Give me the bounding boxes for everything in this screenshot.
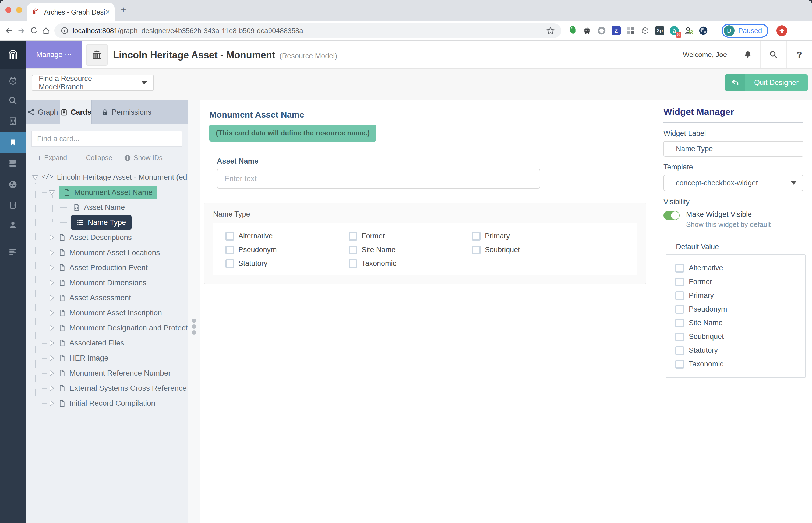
tab-close-icon[interactable]: ×	[106, 8, 110, 16]
arches-logo[interactable]	[0, 41, 26, 69]
checkbox[interactable]	[225, 259, 234, 268]
geojson-extension-icon[interactable]	[640, 26, 650, 36]
tree-item-node[interactable]: Asset Name	[26, 200, 188, 215]
tree-item-card[interactable]: HER Image	[26, 350, 188, 366]
checkbox-option[interactable]: Soubriquet	[675, 330, 805, 344]
tree-item-card[interactable]: Asset Descriptions	[26, 230, 188, 245]
checkbox-option[interactable]: Taxonomic	[675, 357, 805, 371]
find-card-input[interactable]	[31, 131, 182, 147]
template-select[interactable]: concept-checkbox-widget	[664, 175, 804, 191]
tree-item-root[interactable]: </> Lincoln Heritage Asset - Monument (e…	[26, 170, 188, 185]
checkbox[interactable]	[349, 232, 357, 240]
expander-closed-icon[interactable]	[48, 234, 55, 241]
building-nav-icon[interactable]	[0, 111, 26, 131]
tab-cards[interactable]: Cards	[60, 100, 92, 124]
checkbox[interactable]	[675, 291, 684, 300]
expander-open-icon[interactable]	[48, 188, 55, 196]
expander-closed-icon[interactable]	[48, 369, 55, 377]
server-nav-icon[interactable]	[0, 154, 26, 174]
zotero-extension-icon[interactable]: Z	[611, 26, 621, 36]
checkbox-option[interactable]: Primary	[675, 289, 805, 302]
uparrow-extension-icon[interactable]	[776, 25, 787, 36]
find-resource-model-select[interactable]: Find a Resource Model/Branch...	[32, 75, 154, 91]
bookmark-nav-icon[interactable]	[0, 132, 26, 153]
tree-item-card[interactable]: Associated Files	[26, 336, 188, 350]
checkbox-option[interactable]: Pseudonym	[225, 243, 349, 257]
expander-closed-icon[interactable]	[48, 294, 55, 302]
reload-icon[interactable]	[28, 24, 40, 37]
checkbox[interactable]	[675, 360, 684, 368]
menu-nav-icon[interactable]	[0, 241, 26, 262]
back-icon[interactable]	[3, 24, 15, 37]
user-nav-icon[interactable]	[0, 215, 26, 235]
checkbox-option[interactable]: Former	[675, 275, 805, 289]
panel-resize-handle[interactable]	[188, 100, 200, 523]
globe-extension-icon[interactable]	[699, 26, 708, 36]
bookmark-star-icon[interactable]	[546, 26, 555, 35]
checkbox-option[interactable]: Primary	[472, 229, 595, 243]
manage-button[interactable]: Manage ⋯	[26, 41, 82, 68]
robot-extension-icon[interactable]	[582, 26, 592, 36]
tree-item-card[interactable]: Monument Reference Number	[26, 366, 188, 381]
tree-item-card[interactable]: Monument Asset Locations	[26, 245, 188, 260]
evernote-extension-icon[interactable]	[568, 26, 577, 36]
checkbox[interactable]	[675, 278, 684, 286]
tab-permissions[interactable]: Permissions	[92, 100, 161, 124]
help-button[interactable]: ?	[786, 41, 812, 68]
grid-extension-icon[interactable]	[626, 26, 635, 36]
xp-extension-icon[interactable]: Xp	[655, 26, 665, 36]
quit-designer-button[interactable]: Quit Designer	[725, 74, 808, 91]
tree-item-card[interactable]: Asset Production Event	[26, 260, 188, 275]
checkbox[interactable]	[472, 232, 481, 240]
expander-closed-icon[interactable]	[48, 279, 55, 287]
asset-name-input[interactable]	[217, 169, 540, 188]
expand-all-button[interactable]: + Expand	[37, 154, 67, 162]
recent-activity-icon[interactable]	[0, 71, 26, 91]
tree-item-card[interactable]: Initial Record Compilation	[26, 396, 188, 411]
expander-closed-icon[interactable]	[48, 309, 55, 317]
tab-graph[interactable]: Graph	[26, 100, 60, 124]
highlighted-card[interactable]: Monument Asset Name	[59, 186, 157, 199]
close-window-button[interactable]	[5, 7, 11, 13]
expander-closed-icon[interactable]	[48, 399, 55, 407]
globe-nav-icon[interactable]	[0, 174, 26, 195]
a-counter-extension-icon[interactable]: a 8	[669, 26, 679, 36]
expander-closed-icon[interactable]	[48, 264, 55, 271]
checkbox[interactable]	[349, 246, 357, 254]
tree-item-card[interactable]: Monument Dimensions	[26, 275, 188, 290]
checkbox[interactable]	[675, 264, 684, 272]
ticket-nav-icon[interactable]	[0, 195, 26, 215]
checkbox[interactable]	[675, 305, 684, 314]
expander-closed-icon[interactable]	[48, 249, 55, 256]
expander-closed-icon[interactable]	[48, 324, 55, 332]
site-info-icon[interactable]	[61, 27, 68, 34]
checkbox[interactable]	[675, 346, 684, 355]
tree-item-card[interactable]: Monument Designation and Protectio	[26, 320, 188, 336]
search-button[interactable]	[760, 41, 786, 68]
visibility-toggle[interactable]	[664, 211, 680, 220]
checkbox-option[interactable]: Alternative	[675, 261, 805, 275]
tree-item-card[interactable]: Asset Assessment	[26, 290, 188, 305]
new-tab-button[interactable]: +	[121, 4, 126, 16]
show-ids-button[interactable]: Show IDs	[124, 154, 163, 162]
browser-tab[interactable]: Arches - Graph Designer ×	[27, 3, 114, 21]
ring-extension-icon[interactable]	[597, 26, 607, 36]
forward-icon[interactable]	[15, 24, 28, 37]
search-nav-icon[interactable]	[0, 90, 26, 111]
welcome-user-link[interactable]: Welcome, Joe	[675, 41, 735, 68]
tree-item-node-selected[interactable]: Name Type	[26, 215, 188, 230]
profile-paused-pill[interactable]: D Paused	[722, 24, 769, 38]
checkbox[interactable]	[225, 246, 234, 254]
checkbox-option[interactable]: Site Name	[675, 316, 805, 330]
expander-closed-icon[interactable]	[48, 339, 55, 347]
expander-open-icon[interactable]	[31, 174, 39, 181]
checkbox-option[interactable]: Pseudonym	[675, 302, 805, 316]
person-search-extension-icon[interactable]	[684, 26, 693, 36]
home-icon[interactable]	[40, 24, 52, 37]
selected-node[interactable]: Name Type	[71, 215, 131, 230]
minimize-window-button[interactable]	[16, 7, 22, 13]
checkbox[interactable]	[472, 246, 481, 254]
tree-item-card[interactable]: Monument Asset Inscription	[26, 305, 188, 320]
checkbox-option[interactable]: Statutory	[675, 344, 805, 357]
checkbox[interactable]	[675, 332, 684, 341]
